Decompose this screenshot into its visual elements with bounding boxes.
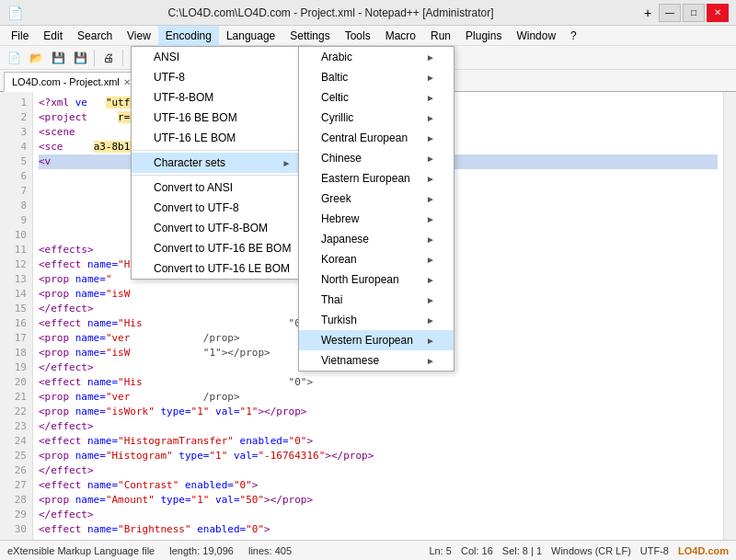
- encoding-menu: ANSIUTF-8UTF-8-BOMUTF-16 BE BOMUTF-16 LE…: [131, 46, 310, 280]
- file-type: eXtensible Markup Language file: [7, 545, 155, 556]
- line-num-17: 17: [0, 331, 32, 346]
- print-button[interactable]: 🖨: [98, 48, 119, 68]
- close-button[interactable]: ✕: [707, 4, 729, 22]
- enc-menu-item-0[interactable]: ANSI: [132, 47, 309, 67]
- line-num-6: 6: [0, 169, 32, 184]
- line-num-11: 11: [0, 243, 32, 257]
- menu-item-search[interactable]: Search: [70, 26, 120, 46]
- titlebar-icon: 📄: [7, 6, 23, 20]
- sel-info: Sel: 8 | 1: [502, 545, 542, 556]
- menu-sep-1: [132, 150, 309, 151]
- charset-item-5[interactable]: Chinese►: [299, 148, 454, 168]
- charset-submenu: Arabic►Baltic►Celtic►Cyrillic►Central Eu…: [298, 46, 454, 371]
- tab-close-button[interactable]: ✕: [123, 77, 131, 87]
- titlebar-title: C:\LO4D.com\LO4D.com - Project.xml - Not…: [23, 6, 638, 19]
- line-num-5: 5: [0, 154, 32, 169]
- eol-info: Windows (CR LF): [551, 545, 631, 556]
- line-num-26: 26: [0, 463, 32, 478]
- submenu-arrow: ►: [282, 158, 291, 168]
- line-num-30: 30: [0, 522, 32, 537]
- charset-arrow-11: ►: [426, 275, 435, 285]
- menu-item-macro[interactable]: Macro: [378, 26, 423, 46]
- menu-item-file[interactable]: File: [4, 26, 36, 46]
- menu-item-edit[interactable]: Edit: [36, 26, 70, 46]
- charset-item-9[interactable]: Japanese►: [299, 229, 454, 249]
- menu-item-?[interactable]: ?: [563, 26, 584, 46]
- new-tab-button[interactable]: +: [638, 4, 657, 22]
- charset-item-10[interactable]: Korean►: [299, 249, 454, 269]
- menu-item-language[interactable]: Language: [219, 26, 282, 46]
- toolbar-sep-2: [122, 50, 123, 66]
- enc-menu-item-2[interactable]: UTF-8-BOM: [132, 87, 309, 108]
- charset-item-12[interactable]: Thai►: [299, 290, 454, 310]
- charset-arrow-10: ►: [426, 255, 435, 265]
- col-info: Col: 16: [461, 545, 493, 556]
- menu-item-run[interactable]: Run: [423, 26, 458, 46]
- enc-menu-item-3[interactable]: UTF-16 BE BOM: [132, 108, 309, 128]
- code-line-22: <prop name="isWork" type="1" val="1"></p…: [39, 405, 718, 419]
- code-line-30: <effect name="Brightness" enabled="0">: [39, 522, 718, 537]
- tab-label: LO4D.com - Project.xml: [12, 76, 120, 87]
- charset-item-1[interactable]: Baltic►: [299, 67, 454, 87]
- charset-arrow-6: ►: [426, 174, 435, 184]
- charset-item-13[interactable]: Turkish►: [299, 310, 454, 330]
- charset-item-6[interactable]: Eastern European►: [299, 168, 454, 189]
- enc-menu-item-4[interactable]: UTF-16 LE BOM: [132, 128, 309, 148]
- line-num-21: 21: [0, 390, 32, 405]
- charset-arrow-3: ►: [426, 113, 435, 123]
- line-num-28: 28: [0, 493, 32, 508]
- menu-item-encoding[interactable]: Encoding: [158, 26, 219, 46]
- menubar: FileEditSearchViewEncodingLanguageSettin…: [0, 26, 736, 46]
- minimize-button[interactable]: —: [659, 4, 681, 22]
- charset-item-11[interactable]: North European►: [299, 269, 454, 290]
- line-num-19: 19: [0, 360, 32, 375]
- line-num-10: 10: [0, 228, 32, 243]
- charset-item-7[interactable]: Greek►: [299, 189, 454, 209]
- line-num-20: 20: [0, 375, 32, 390]
- charset-arrow-12: ►: [426, 295, 435, 305]
- charset-arrow-0: ►: [426, 52, 435, 63]
- line-num-16: 16: [0, 316, 32, 331]
- charset-arrow-2: ►: [426, 93, 435, 103]
- vertical-scrollbar[interactable]: [723, 92, 736, 540]
- line-num-13: 13: [0, 272, 32, 287]
- menu-item-plugins[interactable]: Plugins: [458, 26, 509, 46]
- active-tab[interactable]: LO4D.com - Project.xml ✕: [4, 72, 139, 92]
- code-line-25: <prop name="Histogram" type="1" val="-16…: [39, 449, 718, 463]
- maximize-button[interactable]: □: [683, 4, 705, 22]
- charset-arrow-14: ►: [426, 336, 435, 346]
- line-num-8: 8: [0, 199, 32, 213]
- charset-item-15[interactable]: Vietnamese►: [299, 350, 454, 371]
- new-file-button[interactable]: 📄: [4, 48, 24, 68]
- charset-arrow-5: ►: [426, 154, 435, 164]
- enc-menu-item-7[interactable]: Convert to UTF-8: [132, 198, 309, 218]
- charset-item-2[interactable]: Celtic►: [299, 87, 454, 108]
- enc-menu-item-8[interactable]: Convert to UTF-8-BOM: [132, 218, 309, 238]
- save-all-button[interactable]: 💾: [70, 48, 90, 68]
- charset-item-3[interactable]: Cyrillic►: [299, 108, 454, 128]
- code-line-21: <prop name="ver /prop>: [39, 390, 718, 405]
- charset-item-4[interactable]: Central European►: [299, 128, 454, 148]
- charset-arrow-15: ►: [426, 356, 435, 366]
- charset-item-0[interactable]: Arabic►: [299, 47, 454, 67]
- menu-item-tools[interactable]: Tools: [338, 26, 378, 46]
- save-button[interactable]: 💾: [48, 48, 68, 68]
- enc-menu-item-5[interactable]: Character sets►: [132, 153, 309, 173]
- enc-menu-item-10[interactable]: Convert to UTF-16 LE BOM: [132, 258, 309, 279]
- line-num-29: 29: [0, 508, 32, 522]
- charset-item-8[interactable]: Hebrew►: [299, 209, 454, 229]
- enc-menu-item-6[interactable]: Convert to ANSI: [132, 177, 309, 198]
- menu-item-view[interactable]: View: [120, 26, 158, 46]
- enc-menu-item-1[interactable]: UTF-8: [132, 67, 309, 87]
- code-line-27: <effect name="Contrast" enabled="0">: [39, 478, 718, 493]
- menu-item-window[interactable]: Window: [509, 26, 563, 46]
- statusbar: eXtensible Markup Language file length: …: [0, 540, 736, 560]
- menu-item-settings[interactable]: Settings: [282, 26, 337, 46]
- charset-arrow-13: ►: [426, 315, 435, 326]
- open-button[interactable]: 📂: [26, 48, 46, 68]
- enc-menu-item-9[interactable]: Convert to UTF-16 BE BOM: [132, 238, 309, 258]
- charset-arrow-1: ►: [426, 73, 435, 83]
- line-numbers: 1234567891011121314151617181920212223242…: [0, 92, 33, 540]
- charset-item-14[interactable]: Western European►: [299, 330, 454, 350]
- code-line-31: <prop name="Amount" type="1" val="100"><…: [39, 537, 718, 540]
